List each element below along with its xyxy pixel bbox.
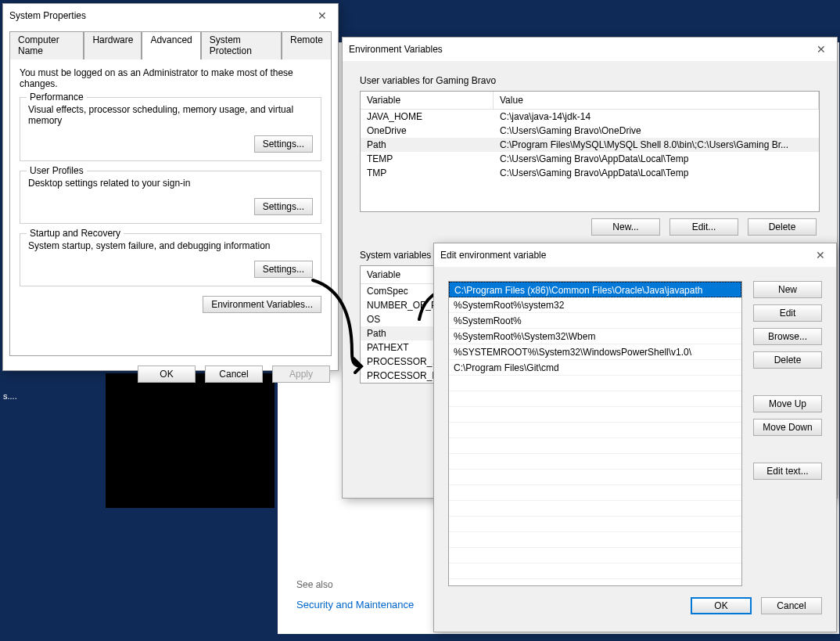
list-item[interactable] [449, 423, 741, 438]
path-entries-list[interactable]: C:\Program Files (x86)\Common Files\Orac… [448, 281, 742, 586]
list-item[interactable] [449, 501, 741, 517]
desktop-black-region [106, 373, 275, 508]
user-edit-button[interactable]: Edit... [669, 218, 738, 236]
list-item[interactable] [449, 548, 741, 564]
move-up-button[interactable]: Move Up [753, 395, 822, 412]
tab-advanced[interactable]: Advanced [142, 31, 200, 59]
ok-button[interactable]: OK [691, 597, 752, 614]
table-row[interactable]: PathC:\Program Files\MySQL\MySQL Shell 8… [361, 138, 819, 152]
close-icon[interactable]: ✕ [806, 38, 837, 61]
table-row[interactable]: TEMPC:\Users\Gaming Bravo\AppData\Local\… [361, 152, 819, 166]
user-profiles-desc: Desktop settings related to your sign-in [28, 178, 313, 189]
close-icon[interactable]: ✕ [307, 4, 338, 27]
cancel-button[interactable]: Cancel [205, 366, 263, 383]
startup-recovery-group: Startup and Recovery System startup, sys… [20, 233, 321, 286]
startup-recovery-settings-button[interactable]: Settings... [254, 261, 313, 278]
user-delete-button[interactable]: Delete [748, 218, 817, 236]
list-item[interactable]: C:\Program Files (x86)\Common Files\Orac… [449, 282, 741, 297]
table-row[interactable]: JAVA_HOMEC:\java\java-14\jdk-14 [361, 110, 819, 124]
list-item[interactable] [449, 438, 741, 454]
list-item[interactable] [449, 454, 741, 470]
system-properties-dialog: System Properties ✕ Computer Name Hardwa… [2, 3, 339, 371]
list-item[interactable] [449, 532, 741, 548]
see-also-label: See also [296, 579, 333, 590]
edit-button[interactable]: Edit [753, 304, 822, 322]
user-new-button[interactable]: New... [591, 218, 660, 236]
titlebar: Edit environment variable ✕ [434, 243, 836, 267]
list-item[interactable] [449, 470, 741, 485]
window-title: Edit environment variable [440, 250, 830, 261]
desktop-icon-fragment: s.... [3, 391, 17, 401]
list-item[interactable]: %SYSTEMROOT%\System32\WindowsPowerShell\… [449, 344, 741, 360]
close-icon[interactable]: ✕ [805, 243, 836, 267]
list-item[interactable]: C:\Program Files\Git\cmd [449, 360, 741, 376]
apply-button[interactable]: Apply [272, 366, 330, 383]
cancel-button[interactable]: Cancel [761, 597, 822, 614]
window-title: Environment Variables [349, 44, 831, 55]
tab-strip: Computer Name Hardware Advanced System P… [3, 31, 338, 59]
user-profiles-legend: User Profiles [27, 165, 87, 176]
performance-group: Performance Visual effects, processor sc… [20, 97, 321, 161]
user-variables-list[interactable]: Variable Value JAVA_HOMEC:\java\java-14\… [360, 91, 820, 212]
tab-remote[interactable]: Remote [282, 31, 332, 59]
admin-note: You must be logged on as an Administrato… [20, 67, 321, 89]
performance-settings-button[interactable]: Settings... [254, 135, 313, 153]
list-item[interactable] [449, 564, 741, 579]
button-column: New Edit Browse... Delete Move Up Move D… [753, 281, 822, 586]
table-row[interactable]: TMPC:\Users\Gaming Bravo\AppData\Local\T… [361, 166, 819, 180]
new-button[interactable]: New [753, 281, 822, 298]
window-title: System Properties [9, 10, 332, 21]
col-variable[interactable]: Variable [361, 92, 494, 109]
list-item[interactable] [449, 391, 741, 407]
col-value[interactable]: Value [494, 92, 819, 109]
list-item[interactable] [449, 407, 741, 423]
user-profiles-group: User Profiles Desktop settings related t… [20, 171, 321, 224]
startup-recovery-desc: System startup, system failure, and debu… [28, 240, 313, 251]
performance-desc: Visual effects, processor scheduling, me… [28, 104, 313, 126]
list-item[interactable]: %SystemRoot% [449, 313, 741, 329]
edit-environment-variable-dialog: Edit environment variable ✕ C:\Program F… [433, 243, 837, 632]
tab-body: You must be logged on as an Administrato… [9, 59, 332, 356]
list-item[interactable] [449, 517, 741, 532]
tab-system-protection[interactable]: System Protection [201, 31, 282, 59]
tab-hardware[interactable]: Hardware [84, 31, 142, 59]
security-maintenance-link[interactable]: Security and Maintenance [296, 599, 414, 610]
titlebar: System Properties ✕ [3, 4, 338, 27]
edit-text-button[interactable]: Edit text... [753, 463, 822, 480]
list-item[interactable] [449, 376, 741, 391]
environment-variables-button[interactable]: Environment Variables... [203, 296, 321, 313]
browse-button[interactable]: Browse... [753, 328, 822, 345]
table-row[interactable]: OneDriveC:\Users\Gaming Bravo\OneDrive [361, 124, 819, 138]
user-variables-label: User variables for Gaming Bravo [360, 75, 820, 86]
ok-button[interactable]: OK [138, 366, 196, 383]
move-down-button[interactable]: Move Down [753, 419, 822, 436]
tab-computer-name[interactable]: Computer Name [9, 31, 84, 59]
performance-legend: Performance [27, 92, 87, 103]
list-item[interactable]: %SystemRoot%\System32\Wbem [449, 329, 741, 344]
list-item[interactable] [449, 485, 741, 501]
titlebar: Environment Variables ✕ [343, 38, 837, 61]
delete-button[interactable]: Delete [753, 351, 822, 369]
startup-recovery-legend: Startup and Recovery [27, 228, 124, 239]
list-item[interactable]: %SystemRoot%\system32 [449, 297, 741, 313]
user-profiles-settings-button[interactable]: Settings... [254, 198, 313, 215]
